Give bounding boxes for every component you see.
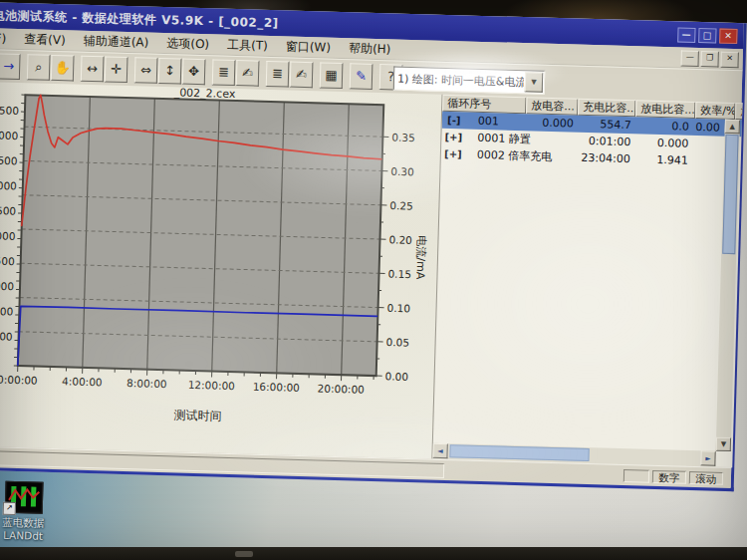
- annotate-pen-button[interactable]: ✎: [350, 63, 374, 90]
- row-expander[interactable]: [-]: [442, 115, 466, 127]
- scroll-right-icon[interactable]: ►: [700, 450, 715, 465]
- svg-text:000: 000: [0, 280, 14, 293]
- svg-text:500: 500: [0, 154, 18, 167]
- expand-x-button[interactable]: ↔: [81, 56, 105, 83]
- report2-button[interactable]: ✍: [290, 62, 314, 89]
- close-button[interactable]: ✕: [719, 28, 737, 43]
- landdt-icon: ↗: [5, 481, 44, 514]
- svg-text:8:00:00: 8:00:00: [126, 377, 167, 390]
- menu-item-6[interactable]: 窗口(W): [277, 38, 341, 57]
- photo-frame: ↗ 蓝电数据 LANDdt 电池测试系统 - 数据处理软件 V5.9K - [_…: [0, 0, 747, 560]
- mdi-window-buttons: — ❐ ✕: [680, 51, 738, 69]
- fit-height-button[interactable]: ↕: [158, 58, 182, 85]
- menu-item-1[interactable]: 文件(F): [0, 29, 15, 48]
- svg-text:20:00:00: 20:00:00: [318, 382, 365, 395]
- svg-text:0.15: 0.15: [387, 268, 411, 281]
- svg-text:000: 000: [0, 130, 18, 142]
- mdi-minimize-button[interactable]: —: [680, 51, 698, 67]
- svg-text:500: 500: [0, 204, 16, 217]
- desktop-icon-label-line2: LANDdt: [0, 528, 54, 543]
- svg-text:0.10: 0.10: [386, 302, 410, 315]
- data-list2-button[interactable]: ≣: [266, 61, 290, 88]
- fit-all-button[interactable]: ✥: [182, 59, 206, 86]
- monitor-bezel: [0, 547, 747, 560]
- svg-text:0.20: 0.20: [388, 233, 412, 246]
- table-body: [-]0010.000554.70.00.00[+]0001 静置0:01:00…: [441, 112, 743, 171]
- horizontal-scroll-thumb[interactable]: [449, 444, 589, 461]
- monitor-screen: ↗ 蓝电数据 LANDdt 电池测试系统 - 数据处理软件 V5.9K - [_…: [0, 2, 747, 560]
- svg-text:000: 000: [0, 330, 13, 343]
- menu-item-7[interactable]: 帮助(H): [340, 39, 400, 58]
- cell-c2: 0:01:00: [577, 135, 634, 149]
- scroll-up-icon[interactable]: ▲: [725, 120, 740, 134]
- data-grid-button[interactable]: ▦: [320, 62, 344, 89]
- cell-c1: [525, 140, 577, 140]
- svg-text:0.30: 0.30: [390, 165, 414, 178]
- status-cell-blank: [623, 469, 649, 483]
- svg-text:0.25: 0.25: [389, 199, 413, 212]
- svg-text:500: 500: [0, 305, 14, 318]
- chevron-down-icon[interactable]: ▼: [525, 72, 544, 92]
- fit-width-button[interactable]: ⇔: [134, 57, 158, 84]
- column-header-4[interactable]: 放电比容...: [635, 100, 695, 119]
- scroll-down-icon[interactable]: ▼: [716, 437, 731, 451]
- vertical-scroll-thumb[interactable]: [722, 135, 738, 254]
- cell-c4: [692, 143, 723, 144]
- column-header-2[interactable]: 放电容...: [526, 97, 578, 115]
- cell-c1: 0.000: [526, 116, 578, 130]
- svg-text:500: 500: [0, 104, 19, 117]
- svg-text:12:00:00: 12:00:00: [188, 379, 235, 392]
- mdi-restore-button[interactable]: ❐: [700, 51, 718, 67]
- forward-arrow-button[interactable]: →: [0, 53, 21, 80]
- cell-seq: 0002 倍率充电: [465, 147, 525, 164]
- row-expander[interactable]: [+]: [441, 132, 465, 143]
- cell-c3: 0.000: [634, 136, 692, 150]
- cell-seq: 0001 静置: [465, 131, 525, 147]
- svg-text:16:00:00: 16:00:00: [253, 381, 300, 394]
- cell-c2: 23:04:00: [577, 151, 634, 166]
- app-window: 电池测试系统 - 数据处理软件 V5.9K - [_002_2] — □ ✕ 文…: [0, 2, 747, 491]
- compress-button[interactable]: ✛: [105, 56, 128, 83]
- cell-c4: 0.00: [693, 121, 724, 135]
- cell-c2: 554.7: [578, 118, 635, 133]
- svg-text:000: 000: [0, 179, 17, 192]
- chart-canvas: 0:00:004:00:008:00:0012:00:0016:00:0020:…: [0, 82, 442, 459]
- chart-panel: 0:00:004:00:008:00:0012:00:0016:00:0020:…: [0, 82, 442, 459]
- svg-text:测试时间: 测试时间: [172, 408, 221, 422]
- cell-seq: 001: [466, 115, 526, 130]
- plot-type-value: 1) 绘图: 时间一电压&电流: [394, 71, 524, 90]
- menu-item-2[interactable]: 查看(V): [15, 30, 75, 49]
- minimize-button[interactable]: —: [677, 27, 695, 42]
- svg-text:0.35: 0.35: [391, 131, 415, 143]
- svg-text:_002_2.cex: _002_2.cex: [173, 86, 236, 101]
- svg-text:0.00: 0.00: [385, 370, 409, 383]
- column-header-3[interactable]: 充电比容...: [578, 99, 635, 118]
- row-expander[interactable]: [+]: [441, 148, 465, 160]
- menu-item-4[interactable]: 选项(O): [157, 34, 218, 53]
- column-header-5[interactable]: 效率/%: [695, 102, 735, 120]
- status-scroll-indicator: 滚动: [689, 470, 723, 484]
- bezel-sticker: [235, 551, 253, 557]
- menu-item-3[interactable]: 辅助通道(A): [75, 32, 158, 51]
- svg-text:0:00:00: 0:00:00: [0, 373, 38, 386]
- column-header-6[interactable]: 放电: [735, 103, 742, 121]
- cycle-table-panel: 循环序号放电容...充电比容...放电比容...效率/%放电 [-]0010.0…: [431, 95, 742, 467]
- maximize-button[interactable]: □: [698, 28, 716, 43]
- mdi-close-button[interactable]: ✕: [720, 52, 738, 68]
- data-list-button[interactable]: ≣: [212, 59, 236, 86]
- cell-c4: [692, 160, 723, 161]
- pan-hand-button[interactable]: ✋: [51, 55, 75, 82]
- desktop-icon-landdt[interactable]: ↗ 蓝电数据 LANDdt: [0, 480, 56, 543]
- report-button[interactable]: ✍: [236, 60, 260, 87]
- status-num-indicator: 数字: [652, 469, 686, 483]
- svg-text:0.05: 0.05: [385, 336, 409, 349]
- menu-item-5[interactable]: 工具(T): [218, 36, 277, 55]
- plot-type-dropdown[interactable]: 1) 绘图: 时间一电压&电流 ▼: [393, 66, 546, 94]
- scroll-left-icon[interactable]: ◄: [432, 443, 447, 458]
- shortcut-arrow-icon: ↗: [3, 502, 16, 515]
- cell-c3: 1.941: [634, 152, 692, 167]
- svg-text:电流/mA: 电流/mA: [413, 235, 427, 280]
- svg-text:000: 000: [0, 229, 16, 242]
- cell-c3: 0.0: [635, 119, 693, 134]
- zoom-button[interactable]: ⌕: [27, 54, 51, 81]
